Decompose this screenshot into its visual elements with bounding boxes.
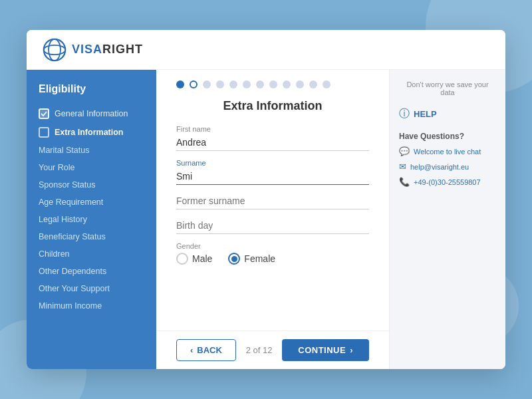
page-indicator: 2 of 12 xyxy=(246,345,273,355)
sidebar-item-other-support[interactable]: Other Your Support xyxy=(27,280,156,297)
dot-12 xyxy=(323,80,331,88)
back-button[interactable]: ‹ BACK xyxy=(176,339,236,361)
right-panel: Don't worry we save your data ⓘ HELP Hav… xyxy=(389,70,505,369)
former-surname-input[interactable] xyxy=(176,193,369,209)
sidebar-item-other-dep[interactable]: Other Dependents xyxy=(27,263,156,280)
contact-phone[interactable]: 📞 +49-(0)30-25559807 xyxy=(399,177,496,187)
dot-5 xyxy=(229,80,237,88)
radio-female-outer xyxy=(228,253,240,265)
form-title: Extra Information xyxy=(176,99,369,113)
dot-3 xyxy=(203,80,211,88)
gender-options: Male Female xyxy=(176,253,369,265)
modal-window: VISARIGHT Eligibility General Informatio… xyxy=(27,30,505,369)
questions-section: Have Questions? 💬 Welcome to live chat ✉… xyxy=(399,132,496,192)
gender-label: Gender xyxy=(176,242,369,250)
radio-female-label: Female xyxy=(244,253,275,264)
dot-8 xyxy=(269,80,277,88)
sidebar-item-role[interactable]: Your Role xyxy=(27,159,156,176)
logo: VISARIGHT xyxy=(43,38,143,62)
firstname-input[interactable] xyxy=(176,134,369,151)
dot-6 xyxy=(243,80,251,88)
sidebar-item-marital[interactable]: Marital Status xyxy=(27,142,156,159)
help-section: ⓘ HELP xyxy=(399,107,496,121)
phone-link: +49-(0)30-25559807 xyxy=(414,178,481,186)
former-surname-field xyxy=(176,193,369,209)
sidebar-title: Eligibility xyxy=(27,83,156,104)
dot-11 xyxy=(309,80,317,88)
surname-field: Surname xyxy=(176,159,369,185)
dot-2 xyxy=(190,80,198,88)
email-icon: ✉ xyxy=(399,162,406,172)
radio-male[interactable]: Male xyxy=(176,253,212,265)
sidebar-item-beneficiary[interactable]: Beneficiary Status xyxy=(27,228,156,245)
continue-button[interactable]: CONTINUE › xyxy=(282,339,369,361)
questions-title: Have Questions? xyxy=(399,132,496,141)
save-notice: Don't worry we save your data xyxy=(399,80,496,96)
help-icon: ⓘ xyxy=(399,107,410,121)
body: Eligibility General Information Extra In… xyxy=(27,70,505,369)
firstname-label: First name xyxy=(176,125,369,133)
dot-1 xyxy=(176,80,184,88)
sidebar-item-sponsor[interactable]: Sponsor Status xyxy=(27,176,156,194)
surname-label: Surname xyxy=(176,159,369,167)
firstname-field: First name xyxy=(176,125,369,151)
dot-4 xyxy=(216,80,224,88)
contact-chat[interactable]: 💬 Welcome to live chat xyxy=(399,146,496,156)
help-link[interactable]: HELP xyxy=(414,109,437,119)
birthday-field xyxy=(176,217,369,234)
gender-field: Gender Male Female xyxy=(176,242,369,265)
logo-icon xyxy=(43,38,66,62)
main-content: Extra Information First name Surname xyxy=(156,70,389,331)
svg-point-0 xyxy=(44,39,65,60)
dot-10 xyxy=(296,80,304,88)
radio-male-outer xyxy=(176,253,188,265)
chat-link: Welcome to live chat xyxy=(414,148,481,156)
sidebar-item-income[interactable]: Minimum Income xyxy=(27,297,156,315)
sidebar-item-legal[interactable]: Legal History xyxy=(27,211,156,228)
dot-7 xyxy=(256,80,264,88)
check-icon-general xyxy=(39,108,49,119)
dot-9 xyxy=(283,80,291,88)
chat-icon: 💬 xyxy=(399,146,410,156)
logo-text: VISARIGHT xyxy=(72,43,143,57)
form-area: First name Surname xyxy=(176,125,369,320)
svg-point-2 xyxy=(44,45,65,54)
footer: ‹ BACK 2 of 12 CONTINUE › xyxy=(156,331,389,369)
sidebar-item-general[interactable]: General Information xyxy=(27,104,156,123)
sidebar-item-extra[interactable]: Extra Information xyxy=(27,123,156,142)
continue-chevron-icon: › xyxy=(350,345,353,355)
header: VISARIGHT xyxy=(27,30,505,70)
radio-female-inner xyxy=(231,256,237,262)
progress-dots xyxy=(176,80,369,88)
email-link: help@visaright.eu xyxy=(410,163,469,171)
sidebar-item-children[interactable]: Children xyxy=(27,245,156,263)
svg-point-1 xyxy=(49,39,61,60)
birthday-input[interactable] xyxy=(176,217,369,234)
surname-input[interactable] xyxy=(176,168,369,185)
sidebar: Eligibility General Information Extra In… xyxy=(27,70,156,369)
contact-email[interactable]: ✉ help@visaright.eu xyxy=(399,162,496,172)
check-icon-extra xyxy=(39,127,49,138)
radio-female[interactable]: Female xyxy=(228,253,275,265)
sidebar-item-age[interactable]: Age Requirement xyxy=(27,194,156,211)
radio-male-label: Male xyxy=(192,253,212,264)
phone-icon: 📞 xyxy=(399,177,410,187)
back-chevron-icon: ‹ xyxy=(190,345,193,355)
